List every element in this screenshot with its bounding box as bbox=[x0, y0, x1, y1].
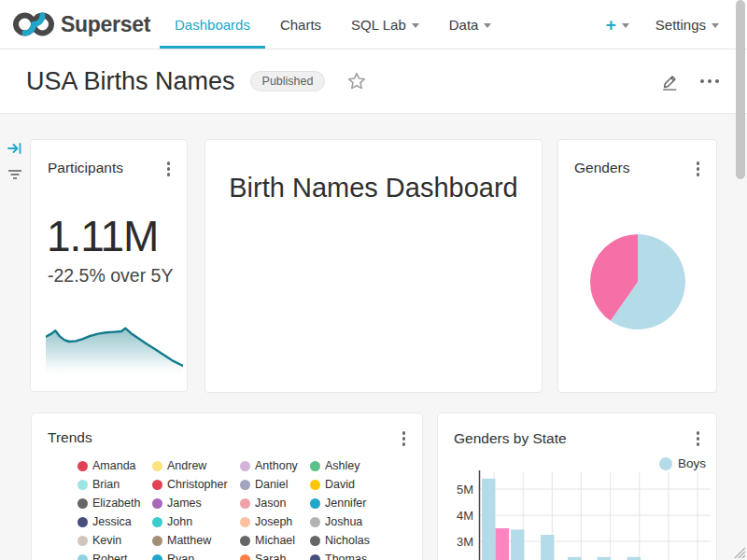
more-options-icon[interactable] bbox=[698, 76, 721, 87]
favorite-star-icon[interactable] bbox=[347, 72, 366, 91]
legend-item[interactable]: John bbox=[152, 512, 240, 531]
nav-item-charts[interactable]: Charts bbox=[265, 0, 336, 49]
nav-right: + Settings bbox=[606, 0, 747, 49]
legend-label: Christopher bbox=[167, 478, 228, 491]
legend-label: Kevin bbox=[92, 534, 121, 547]
chart-title: Genders bbox=[574, 160, 629, 176]
legend-label: Matthew bbox=[167, 534, 211, 547]
legend-item[interactable]: Kevin bbox=[78, 531, 152, 550]
legend-item[interactable]: Jessica bbox=[78, 512, 152, 531]
genders-pie[interactable] bbox=[586, 231, 689, 333]
legend-item[interactable]: Brian bbox=[78, 475, 152, 494]
dashboard-header: USA Births Names Published bbox=[0, 49, 747, 114]
legend-item[interactable]: Anthony bbox=[240, 456, 310, 475]
chart-kebab-menu-icon[interactable] bbox=[165, 160, 173, 178]
bar[interactable] bbox=[541, 535, 555, 560]
edit-dashboard-icon[interactable] bbox=[660, 72, 680, 91]
legend-item[interactable]: Sarah bbox=[240, 550, 310, 560]
nav-menu: Dashboards Charts SQL Lab Data bbox=[160, 0, 506, 49]
chart-kebab-menu-icon[interactable] bbox=[695, 160, 702, 178]
legend-item[interactable]: Nicholas bbox=[310, 531, 415, 550]
expand-filter-bar-icon[interactable] bbox=[7, 140, 23, 161]
legend-item[interactable]: Amanda bbox=[78, 456, 152, 475]
legend-label: Joseph bbox=[255, 515, 292, 528]
trends-legend: AmandaAndrewAnthonyAshleyBrianChristophe… bbox=[78, 456, 415, 560]
new-dropdown-button[interactable]: + bbox=[606, 16, 629, 34]
chevron-down-icon bbox=[712, 23, 719, 28]
legend-dot bbox=[78, 536, 88, 546]
legend-item[interactable]: Michael bbox=[240, 531, 310, 550]
legend-dot bbox=[310, 536, 320, 546]
y-axis-tick: 3M bbox=[457, 535, 473, 549]
legend-item[interactable]: Ryan bbox=[152, 550, 240, 560]
superset-logo[interactable]: Superset bbox=[13, 0, 150, 49]
settings-menu[interactable]: Settings bbox=[655, 17, 719, 33]
legend-dot bbox=[240, 554, 250, 560]
sparkline-chart bbox=[46, 317, 183, 378]
legend-item[interactable]: Daniel bbox=[240, 475, 310, 494]
nav-item-sql-lab[interactable]: SQL Lab bbox=[336, 0, 434, 49]
legend-label: Brian bbox=[92, 478, 120, 491]
legend-label: Jason bbox=[255, 497, 286, 510]
legend-item[interactable]: Jason bbox=[240, 494, 310, 512]
legend-item[interactable]: Matthew bbox=[152, 531, 240, 550]
legend-dot bbox=[78, 554, 88, 560]
legend-dot bbox=[152, 461, 162, 471]
chevron-down-icon bbox=[622, 23, 629, 28]
scrollbar-thumb[interactable] bbox=[736, 0, 745, 179]
legend-label: Nicholas bbox=[325, 534, 370, 547]
nav-item-label: Charts bbox=[280, 17, 321, 33]
y-axis-tick: 4M bbox=[457, 509, 473, 523]
legend-dot bbox=[152, 554, 162, 560]
legend-item[interactable]: Jennifer bbox=[310, 494, 415, 512]
legend-label: Ashley bbox=[325, 459, 360, 472]
nav-item-data[interactable]: Data bbox=[434, 0, 507, 49]
chart-title: Participants bbox=[48, 160, 123, 176]
legend-dot bbox=[152, 498, 162, 509]
legend-dot bbox=[78, 461, 88, 471]
legend-dot bbox=[240, 498, 250, 509]
published-badge[interactable]: Published bbox=[250, 71, 326, 91]
state-bars-svg[interactable]: 5M4M3M bbox=[438, 413, 717, 560]
legend-item[interactable]: Andrew bbox=[152, 456, 240, 475]
legend-dot bbox=[310, 517, 320, 527]
chart-kebab-menu-icon[interactable] bbox=[401, 429, 408, 448]
legend-item[interactable]: Joseph bbox=[240, 512, 310, 531]
legend-label: David bbox=[325, 478, 355, 491]
legend-dot bbox=[152, 517, 162, 527]
legend-dot bbox=[78, 517, 88, 527]
card-participants: Participants 1.11M -22.5% over 5Y bbox=[30, 139, 188, 392]
bar[interactable] bbox=[496, 528, 510, 560]
card-genders-by-state: Genders by State Boys 5M4M3M bbox=[437, 413, 717, 560]
bar[interactable] bbox=[511, 529, 525, 560]
nav-item-dashboards[interactable]: Dashboards bbox=[160, 0, 265, 49]
legend-item[interactable]: James bbox=[152, 494, 240, 512]
card-markdown-header: Birth Names Dashboard bbox=[204, 139, 543, 393]
legend-dot bbox=[240, 480, 250, 490]
dashboard-grid: Participants 1.11M -22.5% over 5Y Birth … bbox=[0, 115, 747, 560]
legend-item[interactable]: Thomas bbox=[310, 550, 415, 560]
legend-label: Daniel bbox=[255, 478, 288, 491]
infinity-logo-icon bbox=[13, 10, 54, 38]
legend-item[interactable]: Elizabeth bbox=[78, 494, 152, 512]
legend-dot bbox=[78, 498, 88, 509]
legend-label: Jennifer bbox=[325, 497, 366, 510]
filter-icon[interactable] bbox=[7, 166, 23, 187]
brand-name: Superset bbox=[61, 12, 150, 37]
legend-label: Anthony bbox=[255, 459, 298, 472]
legend-item[interactable]: Ashley bbox=[310, 456, 415, 475]
bar[interactable] bbox=[482, 479, 496, 560]
legend-label: Elizabeth bbox=[92, 497, 140, 510]
legend-label: Robert bbox=[92, 553, 128, 560]
legend-label: John bbox=[167, 515, 192, 528]
nav-item-label: SQL Lab bbox=[351, 17, 406, 33]
legend-item[interactable]: Robert bbox=[78, 550, 152, 560]
card-trends: Trends AmandaAndrewAnthonyAshleyBrianChr… bbox=[31, 413, 423, 560]
legend-dot bbox=[310, 461, 320, 471]
legend-label: Amanda bbox=[92, 459, 136, 472]
resize-handle-icon[interactable] bbox=[732, 545, 745, 558]
legend-item[interactable]: Christopher bbox=[152, 475, 240, 494]
legend-item[interactable]: Joshua bbox=[310, 512, 415, 531]
legend-item[interactable]: David bbox=[310, 475, 415, 494]
legend-label: Sarah bbox=[255, 553, 286, 560]
